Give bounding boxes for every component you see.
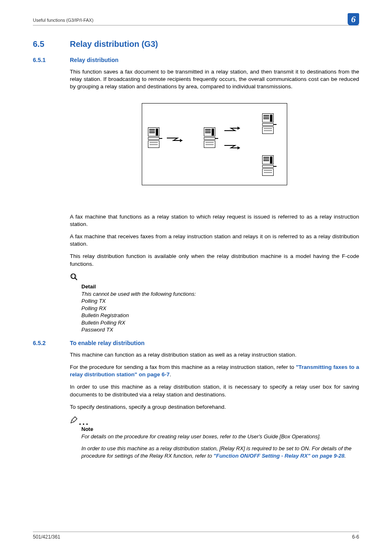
body-paragraph: A fax machine that functions as a relay …: [70, 213, 359, 228]
device-icon: [204, 140, 215, 148]
section-title: Relay distribution (G3): [70, 39, 158, 50]
device-icon: [262, 168, 274, 176]
section-number: 6.5: [33, 39, 62, 50]
subsection-number: 6.5.2: [33, 339, 62, 347]
section-heading-6-5: 6.5 Relay distribution (G3): [33, 39, 359, 50]
subsection-title: Relay distribution: [70, 56, 118, 64]
detail-title: Detail: [81, 283, 359, 290]
device-icon: [262, 113, 274, 122]
detail-callout: Detail This cannot be used with the foll…: [70, 273, 359, 334]
magnifier-icon: [70, 273, 78, 281]
body-paragraph: For the procedure for sending a fax from…: [70, 364, 359, 378]
cross-reference-link[interactable]: "Function ON/OFF Setting - Relay RX" on …: [214, 453, 345, 459]
body-paragraph: In order to use this machine as a relay …: [70, 383, 359, 398]
device-icon: [148, 137, 159, 140]
label-originating: [145, 113, 170, 119]
subsection-number: 6.5.1: [33, 56, 62, 64]
subsection-title: To enable relay distribution: [70, 339, 145, 347]
svg-point-0: [71, 274, 76, 279]
body-paragraph: This machine can function as a relay dis…: [70, 351, 359, 359]
body-paragraph: A fax machine that receives faxes from a…: [70, 233, 359, 248]
body-paragraph: To specify destinations, specify a group…: [70, 403, 359, 411]
device-icon: [148, 127, 159, 136]
page-header: Useful functions (G3/IP/I-FAX) 6: [33, 16, 359, 25]
note-body: For details on the procedure for creatin…: [81, 433, 359, 460]
pencil-icon: [70, 416, 78, 424]
subsection-heading-6-5-1: 6.5.1 Relay distribution: [33, 56, 359, 64]
device-icon: [262, 165, 274, 168]
device-icon: [262, 123, 274, 126]
device-icon: [148, 140, 159, 148]
body-paragraph: This relay distribution function is avai…: [70, 253, 359, 267]
arrow-icon: [166, 136, 186, 142]
note-title: Note: [81, 426, 359, 433]
chapter-number-badge: 6: [348, 13, 359, 25]
body-paragraph: This function saves a fax document to be…: [70, 68, 359, 91]
detail-body: This cannot be used with the following f…: [81, 290, 359, 334]
note-callout: ... Note For details on the procedure fo…: [70, 416, 359, 459]
device-icon: [262, 127, 274, 134]
arrow-icon: [224, 127, 243, 132]
arrow-icon: [224, 144, 243, 150]
device-icon: [204, 127, 215, 136]
page-footer: 501/421/361 6-6: [33, 532, 359, 540]
device-icon: [204, 137, 215, 140]
subsection-heading-6-5-2: 6.5.2 To enable relay distribution: [33, 339, 359, 347]
breadcrumb: Useful functions (G3/IP/I-FAX): [33, 17, 93, 23]
footer-right: 6-6: [352, 534, 359, 540]
relay-diagram: [142, 103, 287, 185]
ellipsis-icon: ...: [79, 420, 90, 424]
device-icon: [262, 155, 274, 164]
svg-point-1: [72, 274, 75, 279]
label-intermediate: [196, 113, 237, 119]
footer-left: 501/421/361: [33, 534, 60, 540]
